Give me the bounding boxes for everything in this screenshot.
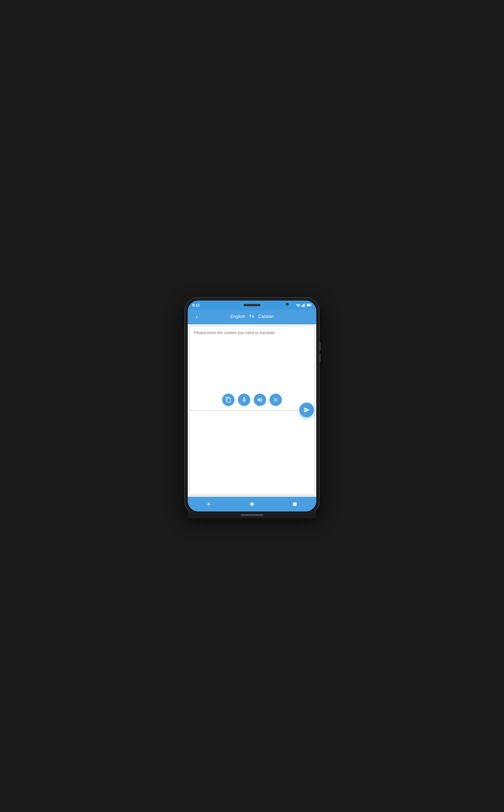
svg-rect-3	[305, 303, 306, 307]
input-section	[190, 326, 314, 410]
status-icons	[296, 303, 312, 307]
svg-rect-5	[311, 305, 311, 305]
svg-rect-0	[302, 305, 302, 307]
language-selector: English Catalan	[201, 314, 303, 320]
source-language[interactable]: English	[230, 314, 245, 319]
recent-nav-icon	[293, 502, 297, 506]
svg-rect-8	[293, 502, 297, 506]
input-toolbar	[190, 391, 314, 410]
home-bar	[188, 511, 316, 518]
swap-languages-button[interactable]	[249, 314, 255, 320]
clipboard-icon	[225, 397, 231, 403]
output-section	[190, 411, 314, 495]
clear-button[interactable]	[269, 394, 282, 406]
nav-back-button[interactable]	[203, 498, 215, 510]
home-indicator[interactable]	[241, 514, 263, 516]
volume-down-button[interactable]	[320, 354, 321, 362]
speaker-button[interactable]	[254, 394, 266, 406]
phone-frame: 9:12	[184, 297, 320, 515]
phone-camera	[286, 303, 289, 306]
back-button[interactable]: ‹	[192, 314, 201, 320]
volume-up-button[interactable]	[320, 342, 321, 351]
svg-rect-2	[304, 304, 304, 307]
back-nav-icon	[207, 502, 212, 507]
phone-speaker	[244, 304, 260, 306]
swap-icon	[249, 314, 255, 319]
wifi-icon	[296, 303, 300, 307]
speaker-icon	[257, 397, 263, 403]
phone-screen: 9:12	[188, 301, 316, 511]
svg-point-7	[250, 502, 254, 506]
home-nav-icon	[249, 502, 255, 507]
bottom-nav	[188, 497, 316, 511]
nav-home-button[interactable]	[246, 498, 258, 510]
nav-recent-button[interactable]	[289, 498, 301, 510]
status-time: 9:12	[192, 303, 200, 307]
svg-rect-1	[303, 305, 304, 307]
app-bar: ‹ English Catalan	[188, 310, 316, 324]
microphone-icon	[241, 397, 247, 403]
translate-fab-button[interactable]	[299, 403, 314, 417]
clipboard-button[interactable]	[222, 394, 235, 406]
main-content	[188, 324, 316, 497]
microphone-button[interactable]	[238, 394, 250, 406]
send-icon	[303, 407, 310, 413]
signal-icon	[302, 303, 306, 307]
battery-icon	[307, 303, 312, 307]
clear-icon	[273, 397, 279, 403]
target-language[interactable]: Catalan	[258, 314, 274, 319]
svg-rect-6	[307, 304, 310, 306]
translation-input[interactable]	[190, 326, 314, 391]
